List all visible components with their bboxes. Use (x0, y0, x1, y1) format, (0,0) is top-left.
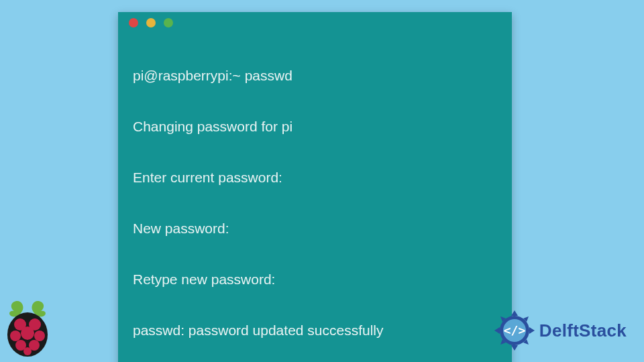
svg-point-8 (23, 347, 32, 355)
svg-text:</>: </> (504, 323, 526, 337)
minimize-icon[interactable] (146, 18, 156, 27)
terminal-line: pi@raspberrypi:~ passwd (133, 63, 497, 88)
terminal-line: Retype new password: (133, 267, 497, 292)
svg-point-5 (34, 330, 45, 341)
delftstack-label: DelftStack (539, 320, 627, 341)
raspberry-pi-icon (4, 298, 51, 358)
terminal-titlebar (118, 12, 512, 34)
terminal-window: pi@raspberrypi:~ passwd Changing passwor… (118, 12, 512, 362)
terminal-line: Enter current password: (133, 165, 497, 190)
delftstack-badge-icon: </> (494, 310, 535, 351)
terminal-body: pi@raspberrypi:~ passwd Changing passwor… (118, 34, 512, 362)
terminal-line: passwd: password updated successfully (133, 318, 497, 343)
maximize-icon[interactable] (164, 18, 173, 27)
svg-point-4 (10, 330, 21, 341)
terminal-line: New password: (133, 216, 497, 241)
delftstack-brand: </> DelftStack (494, 310, 627, 351)
close-icon[interactable] (129, 18, 138, 27)
svg-point-3 (21, 326, 34, 340)
terminal-line: Changing password for pi (133, 114, 497, 139)
